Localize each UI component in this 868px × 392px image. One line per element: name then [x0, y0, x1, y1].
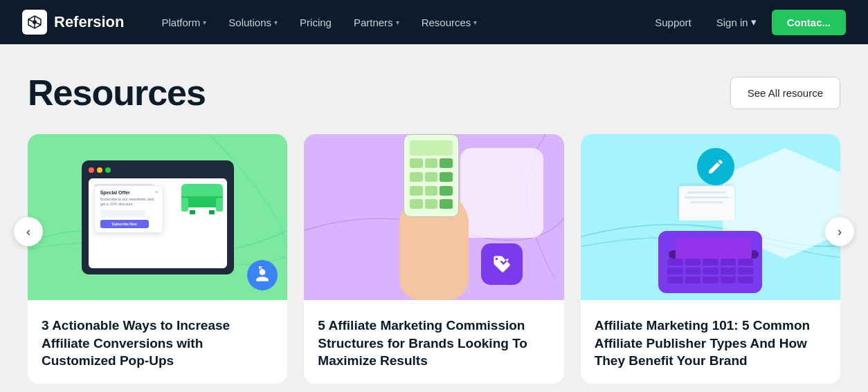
calc-key	[410, 199, 423, 209]
card-image-3	[581, 134, 840, 300]
close-icon: ×	[155, 189, 159, 195]
typewriter-keys	[662, 256, 759, 286]
nav-links: Platform ▾ Solutions ▾ Pricing Partners …	[152, 11, 645, 34]
user-avatar-badge	[247, 260, 278, 290]
calc-key	[425, 186, 438, 196]
svg-line-3	[28, 19, 33, 21]
nav-item-solutions[interactable]: Solutions ▾	[219, 11, 287, 34]
nav-item-platform[interactable]: Platform ▾	[152, 11, 216, 34]
chevron-down-icon: ▾	[203, 19, 206, 26]
cards-container: ‹	[28, 134, 840, 384]
discount-badge	[481, 243, 523, 285]
pen-badge	[697, 148, 734, 185]
card-title-2: 5 Affiliate Marketing Commission Structu…	[318, 317, 550, 370]
svg-point-0	[33, 20, 37, 24]
sofa-illustration	[181, 184, 223, 212]
calc-screen	[410, 140, 453, 156]
carousel-prev-button[interactable]: ‹	[14, 217, 43, 246]
popup-input-field	[100, 210, 146, 217]
card-body-3: Affiliate Marketing 101: 5 Common Affili…	[581, 300, 840, 384]
dot-red	[89, 167, 94, 173]
browser-content-area: × Special Offer Subscribe to our newslet…	[89, 178, 227, 268]
calc-key	[440, 158, 453, 168]
card-image-2	[304, 134, 563, 300]
typewriter-body	[658, 231, 762, 293]
chevron-down-icon: ▾	[751, 16, 757, 28]
browser-titlebar	[89, 167, 227, 173]
popup-card: × Special Offer Subscribe to our newslet…	[94, 185, 163, 233]
calculator-illustration	[404, 134, 459, 217]
browser-mockup: × Special Offer Subscribe to our newslet…	[82, 160, 234, 274]
popup-btn-label: Subscribe Now	[112, 222, 137, 226]
logo-icon	[22, 10, 47, 35]
popup-text: Subscribe to our newsletter and get a 10…	[100, 197, 157, 207]
carousel-next-button[interactable]: ›	[825, 217, 854, 246]
calc-key	[440, 172, 453, 182]
navbar: Refersion Platform ▾ Solutions ▾ Pricing…	[0, 0, 868, 44]
resources-title: Resources	[28, 72, 206, 113]
calc-key	[410, 186, 423, 196]
calc-key	[410, 172, 423, 182]
nav-right: Support Sign in ▾ Contac...	[645, 10, 846, 35]
card-body-1: 3 Actionable Ways to Increase Affiliate …	[28, 300, 287, 384]
calc-key	[425, 199, 438, 209]
dot-yellow	[97, 167, 102, 173]
logo-text: Refersion	[54, 13, 124, 31]
main-content: Resources See All resource ‹	[0, 44, 868, 392]
resource-card-1[interactable]: × Special Offer Subscribe to our newslet…	[28, 134, 287, 384]
nav-item-pricing[interactable]: Pricing	[290, 11, 341, 34]
typewriter-paper	[679, 186, 734, 221]
calc-key	[425, 158, 438, 168]
calc-key	[425, 172, 438, 182]
nav-signin-button[interactable]: Sign in ▾	[707, 10, 766, 34]
popup-subscribe-button: Subscribe Now	[100, 220, 149, 228]
card-body-2: 5 Affiliate Marketing Commission Structu…	[304, 300, 563, 384]
nav-contact-button[interactable]: Contac...	[772, 10, 846, 35]
logo[interactable]: Refersion	[22, 10, 124, 35]
calc-key	[440, 199, 453, 209]
card-title-1: 3 Actionable Ways to Increase Affiliate …	[42, 317, 273, 370]
chevron-down-icon: ▾	[396, 19, 399, 26]
typewriter-illustration	[655, 203, 766, 293]
chevron-right-icon: ›	[838, 225, 842, 239]
nav-support-link[interactable]: Support	[645, 11, 701, 34]
popup-title: Special Offer	[100, 190, 157, 195]
card-image-1: × Special Offer Subscribe to our newslet…	[28, 134, 287, 300]
resource-card-3[interactable]: Affiliate Marketing 101: 5 Common Affili…	[581, 134, 840, 384]
chevron-down-icon: ▾	[473, 19, 477, 26]
dot-green	[105, 167, 111, 173]
calc-key	[440, 186, 453, 196]
nav-item-resources[interactable]: Resources ▾	[412, 11, 487, 34]
resource-card-2[interactable]: 5 Affiliate Marketing Commission Structu…	[304, 134, 563, 384]
chevron-down-icon: ▾	[274, 19, 278, 26]
calc-keys	[410, 158, 453, 211]
resources-header: Resources See All resource	[28, 72, 840, 113]
nav-item-partners[interactable]: Partners ▾	[344, 11, 409, 34]
calc-key	[410, 158, 423, 168]
card-title-3: Affiliate Marketing 101: 5 Common Affili…	[595, 317, 826, 370]
chevron-left-icon: ‹	[26, 225, 30, 239]
see-all-resources-button[interactable]: See All resource	[730, 77, 840, 109]
svg-line-4	[37, 23, 41, 25]
